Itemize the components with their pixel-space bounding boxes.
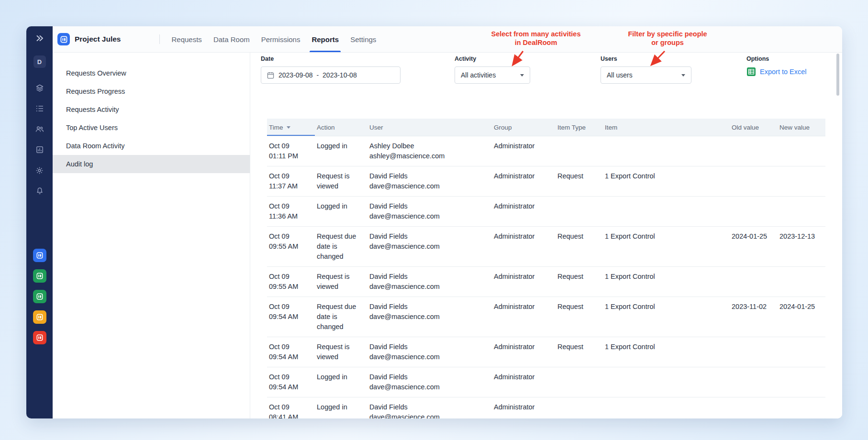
users-select[interactable]: All users: [601, 66, 691, 84]
cell-item-type: Request: [556, 297, 603, 337]
layers-icon: [36, 84, 44, 92]
cell-action: Logged in: [315, 397, 367, 418]
cell-group: Administrator: [492, 367, 556, 397]
cell-item: [603, 197, 730, 226]
cell-time: Oct 09 09:55 AM: [267, 267, 315, 297]
cell-item: 1 Export Control: [603, 337, 730, 367]
cell-item-type: Request: [556, 227, 603, 266]
app-tile-green-1[interactable]: [33, 269, 46, 283]
sidebar-item-top-active-users[interactable]: Top Active Users: [53, 119, 250, 137]
tab-requests[interactable]: Requests: [166, 26, 208, 52]
rail-app-switcher: [26, 249, 53, 344]
layers-nav-button[interactable]: [33, 82, 46, 94]
gear-icon: [35, 166, 44, 175]
cell-action: Request is viewed: [315, 267, 367, 297]
cell-action: Logged in: [315, 197, 367, 226]
cell-old-value: [730, 337, 778, 367]
cell-user: David Fields dave@mascience.com: [367, 367, 492, 397]
app-tile-yellow[interactable]: [33, 310, 46, 324]
cell-item: 1 Export Control: [603, 267, 730, 297]
column-header-group[interactable]: Group: [492, 119, 556, 136]
people-nav-button[interactable]: [33, 123, 46, 135]
sidebar-item-requests-progress[interactable]: Requests Progress: [53, 82, 250, 100]
cell-group: Administrator: [492, 166, 556, 196]
dealroom-glyph-icon: [36, 334, 43, 341]
column-header-item-type[interactable]: Item Type: [556, 119, 603, 136]
cell-new-value: [778, 136, 824, 166]
column-header-item[interactable]: Item: [603, 119, 730, 136]
calendar-icon: [267, 72, 274, 79]
cell-user: David Fields dave@mascience.com: [367, 397, 492, 418]
table-row: Oct 09 09:54 AM Request due date is chan…: [267, 297, 825, 337]
audit-log-table: Time Action User Group Item Type Item Ol…: [267, 119, 825, 418]
annotation-activity-note: Select from many activities in DealRoom: [476, 30, 596, 47]
notifications-button[interactable]: [33, 185, 46, 197]
cell-item: [603, 367, 730, 397]
tab-data-room[interactable]: Data Room: [208, 26, 256, 52]
icon-rail: D: [26, 26, 53, 418]
cell-group: Administrator: [492, 397, 556, 418]
tab-permissions[interactable]: Permissions: [256, 26, 306, 52]
cell-time: Oct 09 09:54 AM: [267, 337, 315, 367]
cell-new-value: 2023-12-13: [778, 227, 824, 266]
cell-group: Administrator: [492, 197, 556, 226]
chevron-down-icon: [681, 74, 685, 77]
column-header-action[interactable]: Action: [315, 119, 367, 136]
collapse-sidebar-button[interactable]: [33, 32, 46, 44]
cell-group: Administrator: [492, 297, 556, 337]
date-range-input[interactable]: 2023-09-08 - 2023-10-08: [261, 66, 401, 84]
tab-settings[interactable]: Settings: [345, 26, 382, 52]
tab-reports[interactable]: Reports: [306, 26, 345, 52]
dealroom-glyph-icon: [36, 252, 43, 259]
cell-action: Request due date is changed: [315, 297, 367, 337]
date-filter-label: Date: [261, 55, 401, 62]
reports-nav-button[interactable]: [33, 143, 46, 156]
column-header-old-value[interactable]: Old value: [730, 119, 778, 136]
cell-user: David Fields dave@mascience.com: [367, 227, 492, 266]
settings-nav-button[interactable]: [33, 164, 46, 176]
cell-time: Oct 09 09:55 AM: [267, 227, 315, 266]
cell-user: David Fields dave@mascience.com: [367, 337, 492, 367]
app-tile-blue[interactable]: [33, 249, 46, 262]
cell-new-value: [778, 166, 824, 196]
activity-select-value: All activities: [461, 71, 496, 79]
header-divider: [159, 34, 160, 44]
dealroom-glyph-icon: [36, 314, 43, 320]
cell-new-value: [778, 197, 824, 226]
cell-old-value: 2024-01-25: [730, 227, 778, 266]
cell-user: David Fields dave@mascience.com: [367, 267, 492, 297]
column-header-time[interactable]: Time: [267, 119, 315, 136]
sidebar-item-data-room-activity[interactable]: Data Room Activity: [53, 137, 250, 155]
column-header-user[interactable]: User: [367, 119, 492, 136]
sidebar-item-requests-overview[interactable]: Requests Overview: [53, 64, 250, 82]
table-row: Oct 09 09:55 AM Request is viewed David …: [267, 267, 825, 297]
app-tile-green-2[interactable]: [33, 290, 46, 303]
excel-icon: [746, 67, 756, 77]
table-row: Oct 09 01:11 PM Logged in Ashley Dolbee …: [267, 136, 825, 166]
page-title: Project Jules: [75, 35, 121, 44]
app-tile-red[interactable]: [33, 331, 46, 344]
cell-old-value: 2023-11-02: [730, 297, 778, 337]
cell-old-value: [730, 267, 778, 297]
user-avatar[interactable]: D: [33, 55, 46, 68]
annotation-users-note: Filter by specific people or groups: [608, 30, 727, 47]
cell-user: David Fields dave@mascience.com: [367, 197, 492, 226]
options-section: Options Export to Excel: [746, 55, 807, 77]
column-header-new-value[interactable]: New value: [778, 119, 824, 136]
vertical-scrollbar[interactable]: [836, 54, 839, 96]
table-row: Oct 09 11:36 AM Logged in David Fields d…: [267, 197, 825, 227]
sidebar-item-requests-activity[interactable]: Requests Activity: [53, 100, 250, 119]
export-to-excel-label: Export to Excel: [760, 68, 807, 76]
annotation-arrow-users: [646, 50, 668, 71]
export-to-excel-button[interactable]: Export to Excel: [746, 67, 807, 77]
list-nav-button[interactable]: [33, 102, 46, 115]
sidebar-item-audit-log[interactable]: Audit log: [53, 155, 250, 173]
cell-action: Logged in: [315, 136, 367, 166]
cell-item-type: [556, 136, 603, 166]
cell-new-value: 2024-01-25: [778, 297, 824, 337]
cell-time: Oct 09 01:11 PM: [267, 136, 315, 166]
double-chevron-right-icon: [36, 35, 44, 42]
cell-time: Oct 09 09:54 AM: [267, 297, 315, 337]
cell-old-value: [730, 197, 778, 226]
cell-new-value: [778, 397, 824, 418]
